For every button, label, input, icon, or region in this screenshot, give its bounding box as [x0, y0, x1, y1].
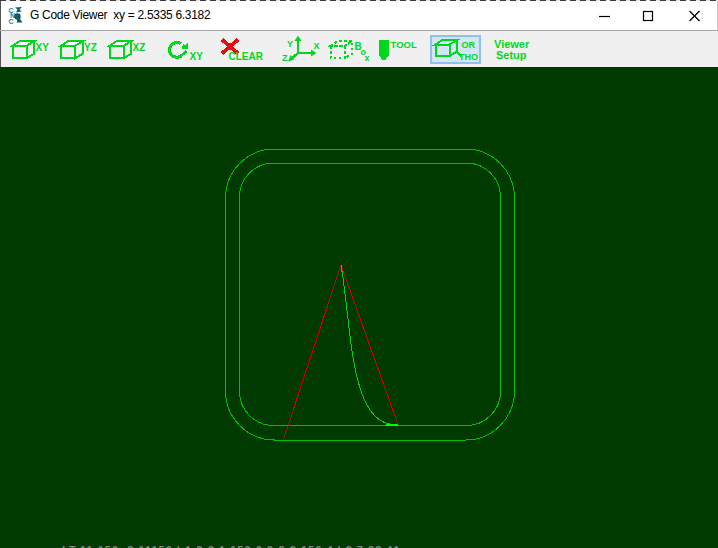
svg-text:TOOL: TOOL: [391, 39, 417, 50]
svg-text:C: C: [9, 18, 14, 25]
svg-text:CLEAR: CLEAR: [229, 51, 264, 62]
svg-text:THO: THO: [459, 52, 478, 62]
svg-text:Setup: Setup: [496, 49, 527, 61]
svg-text:Z: Z: [282, 53, 288, 63]
svg-text:XY: XY: [36, 42, 50, 53]
svg-text:YZ: YZ: [84, 42, 97, 53]
svg-text:XZ: XZ: [133, 42, 146, 53]
svg-text:X: X: [314, 41, 320, 51]
svg-text:OR: OR: [462, 40, 476, 50]
svg-text:XY: XY: [190, 51, 204, 62]
svg-text:x: x: [365, 53, 370, 63]
svg-text:Y: Y: [287, 39, 293, 49]
